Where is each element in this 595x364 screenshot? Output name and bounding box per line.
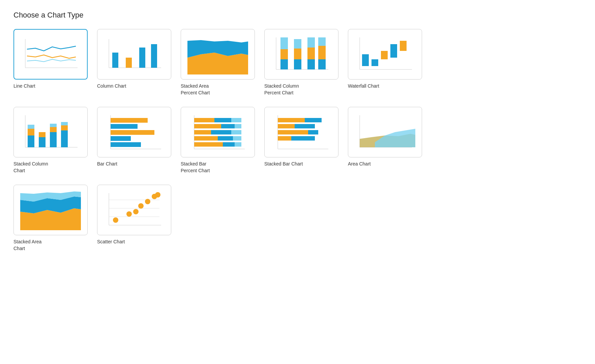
svg-rect-23 bbox=[318, 59, 326, 69]
chart-label-line: Line Chart bbox=[13, 83, 35, 90]
chart-label-stacked-area: Stacked AreaChart bbox=[13, 239, 41, 252]
chart-label-area: Area Chart bbox=[348, 161, 371, 168]
svg-rect-34 bbox=[28, 129, 34, 135]
chart-item-stacked-column[interactable]: Stacked ColumnChart bbox=[13, 107, 88, 174]
svg-rect-39 bbox=[50, 127, 57, 132]
chart-thumbnail-stacked-bar-percent[interactable] bbox=[181, 107, 255, 157]
svg-rect-43 bbox=[61, 122, 68, 125]
svg-rect-15 bbox=[294, 39, 301, 49]
chart-label-stacked-bar: Stacked Bar Chart bbox=[264, 161, 303, 168]
chart-thumbnail-waterfall[interactable] bbox=[348, 29, 422, 80]
chart-thumbnail-line[interactable] bbox=[13, 29, 88, 80]
svg-rect-40 bbox=[50, 124, 57, 127]
svg-rect-12 bbox=[280, 37, 288, 49]
svg-rect-46 bbox=[111, 118, 148, 123]
svg-rect-28 bbox=[381, 51, 388, 59]
page-title: Choose a Chart Type bbox=[13, 11, 582, 20]
svg-rect-53 bbox=[194, 118, 214, 122]
chart-label-stacked-bar-percent: Stacked BarPercent Chart bbox=[181, 161, 210, 174]
svg-rect-13 bbox=[280, 49, 288, 59]
chart-thumbnail-area[interactable] bbox=[348, 107, 422, 157]
chart-item-stacked-bar[interactable]: Stacked Bar Chart bbox=[264, 107, 338, 174]
chart-item-stacked-column-percent[interactable]: Stacked ColumnPercent Chart bbox=[264, 29, 338, 96]
svg-rect-61 bbox=[231, 130, 241, 134]
chart-label-scatter: Scatter Chart bbox=[97, 239, 125, 245]
chart-item-bar[interactable]: Bar Chart bbox=[97, 107, 171, 174]
svg-rect-22 bbox=[318, 46, 326, 59]
svg-point-90 bbox=[113, 217, 118, 223]
chart-thumbnail-bar[interactable] bbox=[97, 107, 171, 157]
chart-item-stacked-area[interactable]: Stacked AreaChart bbox=[13, 185, 88, 252]
svg-rect-77 bbox=[291, 136, 315, 141]
svg-rect-36 bbox=[39, 137, 46, 147]
svg-rect-30 bbox=[400, 41, 407, 51]
chart-label-stacked-area-percent: Stacked AreaPercent Chart bbox=[181, 83, 210, 96]
chart-type-grid: Line Chart Column Chart bbox=[13, 29, 582, 252]
svg-rect-17 bbox=[294, 59, 301, 69]
chart-thumbnail-stacked-column-percent[interactable] bbox=[264, 29, 338, 80]
chart-label-waterfall: Waterfall Chart bbox=[348, 83, 379, 90]
chart-thumbnail-stacked-area[interactable] bbox=[13, 185, 88, 235]
svg-rect-26 bbox=[362, 54, 369, 66]
svg-rect-57 bbox=[221, 124, 235, 128]
svg-rect-7 bbox=[151, 44, 157, 68]
svg-point-96 bbox=[155, 192, 160, 198]
chart-thumbnail-stacked-column[interactable] bbox=[13, 107, 88, 157]
svg-rect-33 bbox=[28, 135, 34, 147]
chart-item-area[interactable]: Area Chart bbox=[348, 107, 422, 174]
svg-rect-50 bbox=[111, 142, 141, 147]
chart-thumbnail-column[interactable] bbox=[97, 29, 171, 80]
svg-rect-18 bbox=[307, 37, 315, 48]
svg-rect-55 bbox=[231, 118, 241, 122]
svg-rect-59 bbox=[194, 130, 211, 134]
svg-rect-66 bbox=[223, 142, 235, 147]
svg-rect-29 bbox=[390, 44, 397, 58]
chart-thumbnail-stacked-area-percent[interactable] bbox=[181, 29, 255, 80]
chart-thumbnail-scatter[interactable] bbox=[97, 185, 171, 235]
svg-rect-5 bbox=[126, 58, 132, 68]
svg-rect-20 bbox=[307, 59, 315, 69]
svg-rect-38 bbox=[50, 132, 57, 147]
svg-rect-54 bbox=[214, 118, 231, 122]
svg-rect-47 bbox=[111, 124, 138, 129]
chart-item-line[interactable]: Line Chart bbox=[13, 29, 88, 96]
chart-thumbnail-stacked-bar[interactable] bbox=[264, 107, 338, 157]
svg-rect-58 bbox=[235, 124, 241, 128]
svg-point-93 bbox=[138, 203, 144, 209]
svg-rect-64 bbox=[233, 136, 241, 141]
svg-rect-56 bbox=[194, 124, 221, 128]
svg-rect-60 bbox=[211, 130, 231, 134]
svg-rect-6 bbox=[139, 48, 145, 68]
svg-rect-65 bbox=[194, 142, 223, 147]
chart-item-scatter[interactable]: Scatter Chart bbox=[97, 185, 171, 252]
chart-item-column[interactable]: Column Chart bbox=[97, 29, 171, 96]
svg-rect-72 bbox=[278, 124, 295, 128]
svg-rect-71 bbox=[305, 118, 322, 122]
chart-item-stacked-bar-percent[interactable]: Stacked BarPercent Chart bbox=[181, 107, 255, 174]
chart-label-bar: Bar Chart bbox=[97, 161, 117, 168]
svg-rect-27 bbox=[371, 59, 378, 66]
svg-rect-67 bbox=[235, 142, 241, 147]
svg-point-94 bbox=[145, 199, 150, 204]
chart-label-stacked-column: Stacked ColumnChart bbox=[13, 161, 48, 174]
svg-rect-16 bbox=[294, 49, 301, 59]
svg-rect-63 bbox=[218, 136, 233, 141]
svg-rect-62 bbox=[194, 136, 218, 141]
svg-point-92 bbox=[133, 209, 139, 214]
chart-item-waterfall[interactable]: Waterfall Chart bbox=[348, 29, 422, 96]
svg-rect-75 bbox=[308, 130, 318, 134]
svg-rect-35 bbox=[28, 125, 34, 129]
svg-rect-21 bbox=[318, 37, 326, 46]
svg-point-91 bbox=[126, 211, 132, 217]
svg-rect-73 bbox=[295, 124, 315, 128]
chart-label-stacked-column-percent: Stacked ColumnPercent Chart bbox=[264, 83, 299, 96]
svg-rect-19 bbox=[307, 48, 315, 59]
svg-rect-4 bbox=[112, 53, 118, 68]
svg-rect-14 bbox=[280, 59, 288, 69]
svg-rect-37 bbox=[39, 132, 46, 137]
svg-marker-8 bbox=[187, 53, 248, 74]
svg-rect-74 bbox=[278, 130, 308, 134]
svg-rect-42 bbox=[61, 125, 68, 130]
chart-item-stacked-area-percent[interactable]: Stacked AreaPercent Chart bbox=[181, 29, 255, 96]
svg-rect-70 bbox=[278, 118, 305, 122]
